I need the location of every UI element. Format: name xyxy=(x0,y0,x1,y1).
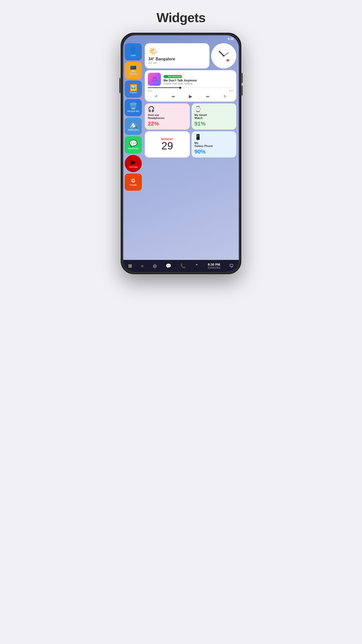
next-button[interactable]: ⏭ xyxy=(206,94,210,98)
music-title: We Don't Talk Anymore xyxy=(163,79,233,82)
music-artist: Charlie Puth (feat. Selena... xyxy=(163,82,233,85)
up-nav-icon[interactable]: ⌃ xyxy=(195,263,199,269)
music-widget: 🎵 🎧 WH-1000XM4 We Don't Talk Anymore Cha… xyxy=(145,70,236,102)
play-button[interactable]: ▶ xyxy=(189,94,192,99)
theme-icon: 🖼️ xyxy=(129,84,137,91)
app-wallpapers[interactable]: 🏔️ Wallpapers xyxy=(125,118,142,135)
vol-down-button[interactable] xyxy=(242,86,243,96)
calendar-widget: MONDAY 29 xyxy=(145,131,190,157)
youtube-label: YouTube xyxy=(129,166,138,168)
music-progress-fill xyxy=(148,87,180,88)
music-badge: 🎧 WH-1000XM4 xyxy=(163,75,182,78)
app-user[interactable]: 👤 User xyxy=(125,43,142,60)
user-icon: 👤 xyxy=(129,47,137,54)
thispc-label: This PC xyxy=(129,73,137,75)
phone-pct: 90% xyxy=(195,148,234,155)
app-youtube[interactable]: ▶ YouTube xyxy=(125,155,142,172)
widget-row-3: 🎧 Over-earHeadphones 22% ⌚ My SmartWatch… xyxy=(145,103,236,130)
widget-row-4: MONDAY 29 📱 MyGalaxy Phone 90% xyxy=(145,131,236,157)
music-current-time: 2:20 xyxy=(148,90,152,92)
theme-label: Theme xyxy=(130,91,137,94)
smartwatch-pct: 91% xyxy=(195,120,234,127)
home-nav-icon[interactable]: ○ xyxy=(141,263,144,269)
music-info: 🎧 WH-1000XM4 We Don't Talk Anymore Charl… xyxy=(163,74,233,85)
music-art: 🎵 xyxy=(148,73,161,86)
power-button[interactable] xyxy=(119,78,120,93)
headphones-icon: 🎧 xyxy=(148,106,187,112)
phone-frame: 9:30 👤 User 🖥️ This PC 🖼️ xyxy=(121,33,241,274)
browser-nav-icon[interactable]: ◎ xyxy=(153,263,157,269)
replay-button[interactable]: ↺ xyxy=(155,94,158,98)
phone-widget: 📱 MyGalaxy Phone 90% xyxy=(192,131,237,157)
app-thispc[interactable]: 🖥️ This PC xyxy=(125,62,142,79)
svg-point-3 xyxy=(223,55,224,57)
progress-dot xyxy=(179,87,181,89)
calendar-date: 29 xyxy=(161,141,173,151)
wallpapers-icon: 🏔️ xyxy=(129,122,137,128)
phone-name: MyGalaxy Phone xyxy=(195,141,234,147)
clock-face xyxy=(214,46,234,66)
music-times: 2:20 3:37 xyxy=(148,90,233,92)
weather-temp: 34° Bangalore xyxy=(148,57,175,61)
user-label: User xyxy=(131,54,135,57)
google-icon: G xyxy=(131,178,135,183)
whatsapp-icon: 💬 xyxy=(129,140,137,147)
wallpapers-label: Wallpapers xyxy=(128,129,139,131)
weather-widget: 🌤️ 34° Bangalore 20° 18° xyxy=(145,43,209,68)
weather-icon: 🌤️ xyxy=(148,46,158,56)
widgets-area: 🌤️ 34° Bangalore 20° 18° xyxy=(145,43,236,258)
recents-nav-icon[interactable]: ⊞ xyxy=(128,263,132,269)
music-top: 🎵 🎧 WH-1000XM4 We Don't Talk Anymore Cha… xyxy=(148,73,233,86)
thispc-icon: 🖥️ xyxy=(129,66,137,72)
widget-row-1: 🌤️ 34° Bangalore 20° 18° xyxy=(145,43,236,68)
nav-time-block: 9:30 PM 15/04/2023 xyxy=(208,263,220,269)
app-whatsapp[interactable]: 💬 WhatsApp xyxy=(125,136,142,153)
nav-time: 9:30 PM xyxy=(208,263,220,266)
smartwatch-icon: ⌚ xyxy=(195,106,234,112)
phone-wrapper: 9:30 👤 User 🖥️ This PC 🖼️ xyxy=(121,33,241,274)
recycle-icon: 🗑️ xyxy=(129,103,137,109)
status-time: 9:30 xyxy=(228,37,234,41)
smartwatch-widget: ⌚ My SmartWatch 91% xyxy=(192,103,237,130)
prev-button[interactable]: ⏮ xyxy=(171,94,175,98)
screen-content: 👤 User 🖥️ This PC 🖼️ Theme 🗑️ Recycle Bi… xyxy=(123,42,239,260)
music-controls: ↺ ⏮ ▶ ⏭ ↻ xyxy=(148,94,233,99)
youtube-icon: ▶ xyxy=(131,159,136,165)
music-total-time: 3:37 xyxy=(229,90,233,92)
whatsapp-label: WhatsApp xyxy=(128,147,139,150)
headphones-name: Over-earHeadphones xyxy=(148,113,187,119)
phone-screen: 9:30 👤 User 🖥️ This PC 🖼️ xyxy=(123,35,239,272)
recycle-label: Recycle Bin xyxy=(127,110,139,112)
svg-point-4 xyxy=(227,59,229,62)
messages-nav-icon[interactable]: 💬 xyxy=(166,263,171,269)
phone-nav-icon[interactable]: 📞 xyxy=(180,263,186,269)
app-recycle[interactable]: 🗑️ Recycle Bin xyxy=(125,99,142,116)
music-progress-bar[interactable] xyxy=(148,87,233,88)
smartwatch-name: My SmartWatch xyxy=(195,113,234,119)
weather-sub: 20° 18° xyxy=(148,61,157,64)
headphones-widget: 🎧 Over-earHeadphones 22% xyxy=(145,103,190,130)
google-label: Google xyxy=(129,184,137,186)
notifications-nav-icon[interactable]: 🗨 xyxy=(229,263,234,269)
headphones-pct: 22% xyxy=(148,120,187,127)
phone-icon: 📱 xyxy=(195,134,234,140)
nav-date: 15/04/2023 xyxy=(208,266,220,269)
app-google[interactable]: G Google xyxy=(125,174,142,191)
app-theme[interactable]: 🖼️ Theme xyxy=(125,80,142,98)
sidebar: 👤 User 🖥️ This PC 🖼️ Theme 🗑️ Recycle Bi… xyxy=(125,43,143,258)
status-bar: 9:30 xyxy=(123,35,239,42)
page-title: Widgets xyxy=(157,10,206,25)
nav-bar: ⊞ ○ ◎ 💬 📞 ⌃ 9:30 PM 15/04/2023 🗨 xyxy=(123,260,239,272)
vol-up-button[interactable] xyxy=(242,73,243,83)
forward-button[interactable]: ↻ xyxy=(223,94,227,98)
clock-widget xyxy=(211,43,236,68)
